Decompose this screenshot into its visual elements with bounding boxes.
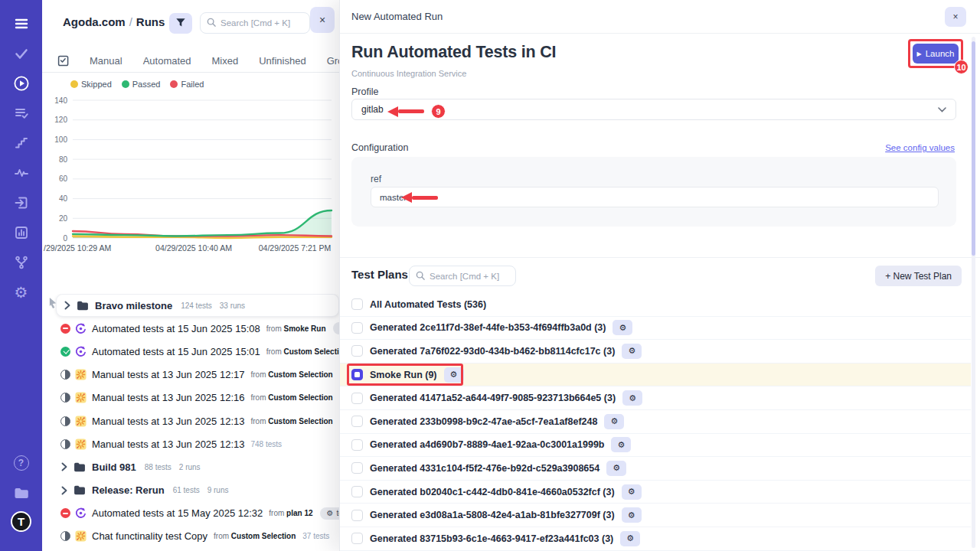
run-name[interactable]: Automated tests at 15 Jun 2025 15:01 bbox=[92, 346, 260, 357]
ref-input[interactable] bbox=[371, 187, 939, 207]
test-plan-row[interactable]: Generated 2ce11f7d-38ef-44fe-b353-4f694f… bbox=[340, 317, 971, 341]
plan-checkbox[interactable] bbox=[351, 345, 363, 357]
run-name[interactable]: Manual tests at 13 Jun 2025 12:16 bbox=[92, 392, 244, 403]
status-icon bbox=[60, 393, 70, 403]
chevron-right-icon[interactable] bbox=[60, 462, 68, 471]
plan-checkbox[interactable] bbox=[351, 533, 363, 544]
plan-checkbox[interactable] bbox=[351, 322, 363, 334]
tab-unfinished[interactable]: Unfinished bbox=[259, 55, 305, 67]
plan-gear-button[interactable]: ⚙ bbox=[620, 531, 640, 546]
new-test-plan-button[interactable]: + New Test Plan bbox=[875, 266, 962, 286]
launch-button[interactable]: ▶ Launch bbox=[913, 44, 959, 64]
menu-icon[interactable] bbox=[10, 12, 33, 35]
run-row[interactable]: Manual tests at 13 Jun 2025 12:16 from C… bbox=[42, 386, 339, 409]
plan-gear-button[interactable]: ⚙ bbox=[612, 320, 632, 335]
test-plan-row[interactable]: Generated b02040c1-c442-4db0-841e-4660a0… bbox=[340, 481, 971, 504]
plan-gear-button[interactable]: ⚙ bbox=[622, 344, 642, 359]
plan-gear-button[interactable]: ⚙ bbox=[611, 437, 631, 452]
plan-gear-button[interactable]: ⚙ bbox=[622, 484, 642, 500]
breadcrumb: Agoda.com/Runs bbox=[63, 15, 165, 28]
page-subtitle: Continuous Integration Service bbox=[351, 69, 466, 78]
modal-close-button[interactable]: × bbox=[945, 7, 966, 27]
chevron-right-icon[interactable] bbox=[64, 301, 71, 310]
scrollbar-thumb[interactable] bbox=[972, 41, 975, 256]
run-name[interactable]: Manual tests at 13 Jun 2025 12:13 bbox=[92, 439, 244, 450]
tab-manual[interactable]: Manual bbox=[90, 55, 122, 67]
run-name[interactable]: Chat functinality test Copy bbox=[92, 530, 207, 542]
plan-checkbox[interactable] bbox=[351, 298, 363, 310]
import-icon[interactable] bbox=[10, 191, 33, 214]
plan-checkbox[interactable] bbox=[351, 510, 363, 521]
test-plan-row[interactable]: Generated 4331c104-f5f2-476e-b92d-c529a3… bbox=[340, 457, 971, 481]
test-plan-row[interactable]: Generated 83715b93-6c1e-4663-9417-ef23a4… bbox=[340, 527, 971, 551]
play-icon: ▶ bbox=[917, 51, 922, 57]
run-row[interactable]: Chat functinality test Copy from Custom … bbox=[42, 525, 339, 548]
scrollbar-track[interactable] bbox=[972, 37, 975, 548]
runs-play-icon[interactable] bbox=[10, 72, 33, 95]
test-plans-search-input[interactable] bbox=[430, 272, 509, 281]
run-name[interactable]: Automated tests at 15 Jun 2025 15:08 bbox=[92, 323, 260, 334]
test-plan-row[interactable]: Generated a4d690b7-8889-4ae1-92aa-0c3001… bbox=[340, 434, 971, 458]
run-row[interactable]: Automated tests at 15 Jun 2025 15:01 fro… bbox=[42, 340, 339, 363]
test-plan-row[interactable]: All Automated Tests (536) ⚙ bbox=[340, 293, 971, 317]
select-runs-icon[interactable] bbox=[57, 54, 69, 67]
test-plan-row[interactable]: Generated 41471a52-a644-49f7-9085-923713… bbox=[340, 386, 971, 410]
testomat-logo[interactable]: T bbox=[11, 511, 31, 532]
branches-icon[interactable] bbox=[10, 251, 33, 274]
run-folder-row[interactable]: Release: Rerun 61 tests 9 runs bbox=[42, 479, 339, 502]
test-plans-search bbox=[409, 266, 516, 286]
run-folder-row[interactable]: Build 981 88 tests 2 runs bbox=[42, 455, 339, 478]
run-row[interactable]: Manual tests at 13 Jun 2025 12:17 from C… bbox=[42, 364, 339, 386]
plan-gear-button[interactable]: ⚙ bbox=[622, 507, 642, 523]
runs-search-input[interactable] bbox=[220, 18, 303, 28]
analytics-icon[interactable] bbox=[10, 221, 33, 244]
run-row[interactable]: Automated tests at 15 Jun 2025 15:08 fro… bbox=[42, 317, 339, 340]
pulse-icon[interactable] bbox=[10, 161, 33, 184]
run-name[interactable]: Manual tests at 13 Jun 2025 12:13 bbox=[92, 416, 244, 427]
test-plan-row[interactable]: Generated 233b0998-b9c2-47ae-a5cf-7ea1af… bbox=[340, 410, 971, 434]
see-config-values-link[interactable]: See config values bbox=[885, 143, 955, 152]
plan-checkbox[interactable] bbox=[351, 486, 363, 497]
run-type-icon bbox=[75, 439, 87, 450]
run-name[interactable]: Manual tests at 13 Jun 2025 12:17 bbox=[92, 369, 244, 380]
settings-gear-icon[interactable]: ⚙ bbox=[10, 281, 33, 304]
test-badge[interactable]: ⚙test bbox=[320, 507, 339, 520]
run-row[interactable]: Manual tests at 13 Jun 2025 12:13 from C… bbox=[42, 409, 339, 432]
run-folder-row[interactable]: Bravo milestone 124 tests 33 runs bbox=[56, 294, 339, 317]
chevron-right-icon[interactable] bbox=[60, 486, 68, 495]
filter-button[interactable] bbox=[169, 13, 192, 34]
plan-checkbox[interactable] bbox=[351, 439, 363, 451]
run-name[interactable]: Automated tests at 15 May 2025 12:32 bbox=[92, 507, 263, 519]
breadcrumb-project[interactable]: Agoda.com bbox=[63, 15, 126, 28]
tab-mixed[interactable]: Mixed bbox=[212, 55, 239, 67]
modal-header: New Automated Run × bbox=[340, 0, 980, 34]
new-automated-run-panel: New Automated Run × Run Automated Tests … bbox=[339, 0, 980, 551]
steps-icon[interactable] bbox=[10, 132, 33, 155]
folder-tests-count: 61 tests bbox=[173, 486, 200, 494]
plan-gear-button[interactable]: ⚙ bbox=[604, 414, 624, 429]
projects-folder-icon[interactable] bbox=[10, 481, 33, 504]
plan-gear-button[interactable]: ⚙ bbox=[606, 461, 626, 476]
run-row[interactable]: Automated tests at 15 May 2025 12:32 fro… bbox=[42, 502, 339, 525]
test-plans-list: All Automated Tests (536) ⚙ Generated 2c… bbox=[340, 293, 971, 551]
run-row[interactable]: Manual tests at 13 Jun 2025 12:13 from ⚙… bbox=[42, 432, 339, 455]
test-badge[interactable]: ⚙test bbox=[333, 322, 339, 334]
plan-gear-button[interactable]: ⚙ bbox=[622, 390, 642, 406]
plan-checkbox[interactable] bbox=[351, 369, 363, 380]
test-plan-row[interactable]: Generated 7a76f022-93d0-434b-b462-bb8114… bbox=[340, 340, 971, 364]
tab-automated[interactable]: Automated bbox=[143, 55, 191, 67]
plan-checkbox[interactable] bbox=[351, 416, 363, 427]
run-source: from Custom Selection bbox=[214, 532, 296, 540]
help-icon[interactable]: ? bbox=[10, 452, 33, 474]
suites-list-icon[interactable] bbox=[10, 102, 33, 125]
profile-value: gitlab bbox=[361, 104, 384, 115]
test-plan-row[interactable]: Generated e3d08a1a-5808-42e4-a1ab-81bfe3… bbox=[340, 504, 971, 527]
plan-checkbox[interactable] bbox=[351, 462, 363, 474]
plan-gear-button[interactable]: ⚙ bbox=[444, 367, 464, 383]
plan-checkbox[interactable] bbox=[351, 393, 363, 404]
tests-check-icon[interactable] bbox=[10, 42, 33, 65]
search-icon bbox=[416, 269, 430, 283]
run-type-icon bbox=[75, 416, 87, 427]
test-plan-row[interactable]: Smoke Run (9) ⚙ bbox=[340, 364, 971, 387]
runs-panel-close-button[interactable]: × bbox=[310, 7, 335, 33]
